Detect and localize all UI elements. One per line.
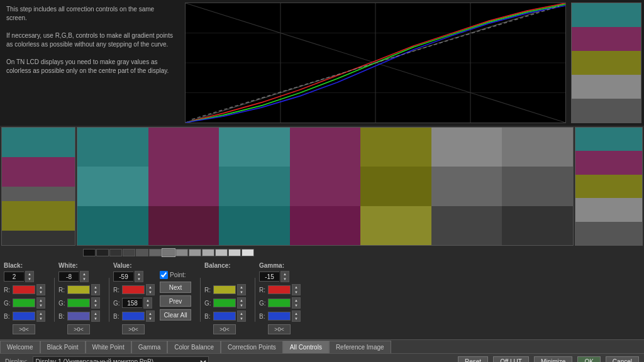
gamma-b-up[interactable]: ▲ <box>292 311 300 316</box>
next-button[interactable]: Next <box>160 282 191 293</box>
point-4[interactable] <box>136 249 148 256</box>
clear-all-button[interactable]: Clear All <box>160 309 191 321</box>
value-g-input[interactable] <box>122 298 142 308</box>
tab-all-controls[interactable]: All Controls <box>283 341 329 353</box>
point-5[interactable] <box>149 249 162 256</box>
point-1[interactable] <box>96 249 109 256</box>
point-9[interactable] <box>202 249 214 256</box>
white-r-down[interactable]: ▼ <box>92 290 99 295</box>
black-r-up[interactable]: ▲ <box>37 285 45 290</box>
black-down[interactable]: ▼ <box>26 277 33 282</box>
ok-button[interactable]: OK <box>577 356 600 363</box>
point-11[interactable] <box>228 249 241 256</box>
balance-r-spin: ▲ ▼ <box>237 284 246 295</box>
value-input[interactable] <box>113 272 133 282</box>
value-sub-block: Value: ▲ ▼ R: ▲ ▼ <box>113 262 155 337</box>
tab-correction-points[interactable]: Correction Points <box>221 341 283 353</box>
point-checkbox-label[interactable]: Point: <box>160 271 191 279</box>
value-r-down[interactable]: ▼ <box>147 290 154 295</box>
value-b-bar <box>122 312 145 321</box>
white-b-up[interactable]: ▲ <box>92 311 99 316</box>
gamma-control-block: Gamma: ▲ ▼ R: ▲ ▼ G: ▲ <box>259 262 301 337</box>
prev-button[interactable]: Prev <box>160 295 191 307</box>
gamma-g-down[interactable]: ▼ <box>292 303 300 308</box>
main-area: This step includes all correction contro… <box>0 0 644 339</box>
black-b-bar <box>13 312 35 321</box>
off-lut-button[interactable]: Off LUT <box>493 356 529 363</box>
value-g-up[interactable]: ▲ <box>144 298 152 303</box>
gamma-b-down[interactable]: ▼ <box>292 316 300 321</box>
balance-b-down[interactable]: ▼ <box>238 316 245 321</box>
black-b-up[interactable]: ▲ <box>37 311 45 316</box>
display-select[interactable]: Display 1 (Универсальный монитор PnP) <box>33 356 209 363</box>
value-b-down[interactable]: ▼ <box>147 316 154 321</box>
balance-g-down[interactable]: ▼ <box>238 303 245 308</box>
value-r-bar <box>122 285 145 294</box>
balance-b-up[interactable]: ▲ <box>238 311 245 316</box>
tab-black-point[interactable]: Black Point <box>40 341 86 353</box>
description-panel: This step includes all correction contro… <box>0 0 182 126</box>
value-reset-btn[interactable]: >0< <box>122 324 145 334</box>
white-g-up[interactable]: ▲ <box>92 298 99 303</box>
point-7[interactable] <box>175 249 188 256</box>
tab-gamma[interactable]: Gamma <box>131 341 168 353</box>
balance-g-bar <box>213 299 236 307</box>
balance-r-down[interactable]: ▼ <box>238 290 245 295</box>
wb-label: B: <box>58 313 66 320</box>
black-g-up[interactable]: ▲ <box>37 298 45 303</box>
value-b-row: B: ▲ ▼ <box>113 310 155 322</box>
tab-color-balance[interactable]: Color Balance <box>167 341 221 353</box>
point-6[interactable] <box>162 249 175 256</box>
value-r-row: R: ▲ ▼ <box>113 284 155 295</box>
white-reset-btn[interactable]: >0< <box>67 324 90 334</box>
value-r-up[interactable]: ▲ <box>147 285 154 290</box>
point-0[interactable] <box>83 249 96 256</box>
point-checkbox[interactable] <box>160 271 168 279</box>
tab-welcome[interactable]: Welcome <box>0 341 40 353</box>
black-up[interactable]: ▲ <box>26 272 33 277</box>
tab-reference-image[interactable]: Reference Image <box>329 341 391 353</box>
value-b-up[interactable]: ▲ <box>147 311 154 316</box>
tab-white-point[interactable]: White Point <box>86 341 131 353</box>
black-g-down[interactable]: ▼ <box>37 303 45 308</box>
gamma-down[interactable]: ▼ <box>281 277 289 282</box>
white-label: White: <box>58 262 100 269</box>
reset-button[interactable]: Reset <box>458 356 488 363</box>
gamma-up[interactable]: ▲ <box>281 272 289 277</box>
gamma-r-up[interactable]: ▲ <box>292 285 300 290</box>
gamma-g-spin: ▲ ▼ <box>292 297 301 309</box>
black-r-down[interactable]: ▼ <box>37 290 45 295</box>
balance-reset-btn[interactable]: >0< <box>213 324 236 334</box>
point-3[interactable] <box>123 249 135 256</box>
main-pattern <box>77 127 574 246</box>
black-control-block: Black: ▲ ▼ R: ▲ ▼ G: ▲ <box>4 262 45 337</box>
black-input[interactable] <box>4 272 24 282</box>
white-input[interactable] <box>58 272 79 282</box>
white-g-down[interactable]: ▼ <box>92 303 99 308</box>
white-b-down[interactable]: ▼ <box>92 316 99 321</box>
point-10[interactable] <box>215 249 228 256</box>
black-r-spin: ▲ ▼ <box>36 284 45 295</box>
black-b-down[interactable]: ▼ <box>37 316 45 321</box>
minimize-button[interactable]: Minimize <box>534 356 572 363</box>
black-reset-btn[interactable]: >0< <box>13 324 35 334</box>
gamma-spin: ▲ ▼ <box>280 271 289 282</box>
white-down[interactable]: ▼ <box>80 277 88 282</box>
cancel-button[interactable]: Cancel <box>606 356 639 363</box>
value-down[interactable]: ▼ <box>135 277 143 282</box>
balance-g-up[interactable]: ▲ <box>238 298 245 303</box>
balance-r-up[interactable]: ▲ <box>238 285 245 290</box>
value-g-down[interactable]: ▼ <box>144 303 152 308</box>
gamma-g-up[interactable]: ▲ <box>292 298 300 303</box>
gamma-input[interactable] <box>259 272 279 282</box>
right-pattern <box>575 127 643 246</box>
gamma-reset-btn[interactable]: >0< <box>268 324 291 334</box>
point-8[interactable] <box>189 249 201 256</box>
point-2[interactable] <box>109 249 122 256</box>
gamma-r-down[interactable]: ▼ <box>292 290 300 295</box>
black-reset-row: >0< <box>4 324 45 335</box>
value-up[interactable]: ▲ <box>135 272 143 277</box>
white-up[interactable]: ▲ <box>80 272 88 277</box>
white-r-up[interactable]: ▲ <box>92 285 99 290</box>
point-12[interactable] <box>242 249 254 256</box>
